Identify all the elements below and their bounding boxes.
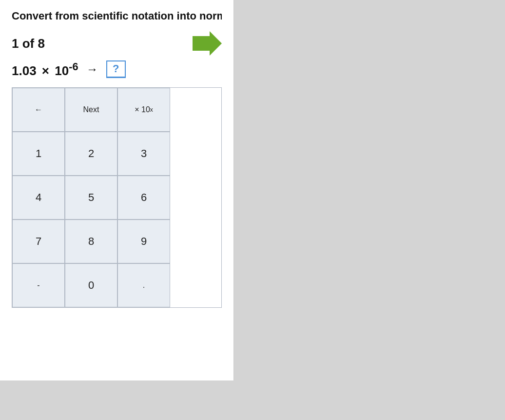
next-arrow-icon[interactable] bbox=[193, 31, 222, 56]
equation-row: 1.03 × 10-6 → ? bbox=[12, 60, 222, 79]
main-panel: Convert from scientific notation into no… bbox=[0, 0, 234, 380]
answer-box[interactable]: ? bbox=[106, 60, 126, 78]
key-9[interactable]: 9 bbox=[117, 220, 170, 263]
progress-row: 1 of 8 bbox=[12, 31, 222, 56]
right-arrow: → bbox=[83, 62, 101, 76]
key-1[interactable]: 1 bbox=[12, 132, 65, 176]
coefficient: 1.03 bbox=[12, 63, 37, 79]
key-2[interactable]: 2 bbox=[65, 132, 117, 176]
key-8[interactable]: 8 bbox=[65, 220, 117, 263]
key-3[interactable]: 3 bbox=[117, 132, 170, 176]
key-4[interactable]: 4 bbox=[12, 176, 65, 220]
keypad: ← Next × 10x 1 2 3 4 5 6 7 8 9 - 0 . bbox=[12, 87, 222, 308]
backspace-button[interactable]: ← bbox=[12, 88, 65, 132]
key-6[interactable]: 6 bbox=[117, 176, 170, 220]
next-button[interactable]: Next bbox=[65, 88, 117, 132]
page-title: Convert from scientific notation into no… bbox=[12, 10, 222, 22]
times10x-button[interactable]: × 10x bbox=[117, 88, 170, 132]
key-dot[interactable]: . bbox=[117, 263, 170, 307]
equation-expression: 1.03 × 10-6 bbox=[12, 60, 78, 79]
multiply-symbol: × bbox=[39, 63, 53, 79]
svg-marker-0 bbox=[193, 31, 222, 56]
key-0[interactable]: 0 bbox=[65, 263, 117, 307]
progress-text: 1 of 8 bbox=[12, 36, 45, 51]
key-7[interactable]: 7 bbox=[12, 220, 65, 263]
exponent: -6 bbox=[69, 60, 78, 73]
base-number: 10-6 bbox=[55, 60, 78, 79]
key-minus[interactable]: - bbox=[12, 263, 65, 307]
key-5[interactable]: 5 bbox=[65, 176, 117, 220]
